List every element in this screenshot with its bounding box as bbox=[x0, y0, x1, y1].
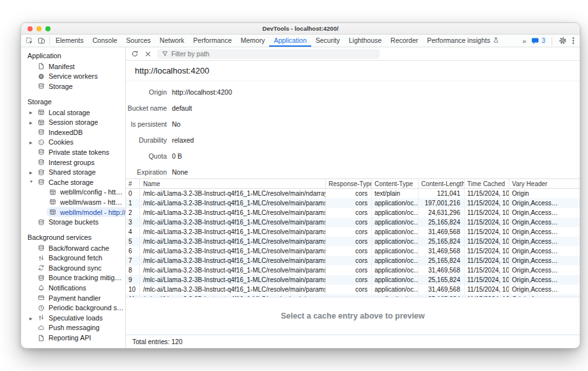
cell-name: /mlc-ai/Llama-3.2-3B-Instruct-q4f16_1-ML… bbox=[140, 208, 326, 217]
tab-application[interactable]: Application bbox=[269, 35, 311, 47]
sidebar-item-local-storage[interactable]: ▶Local storage bbox=[21, 107, 125, 118]
chevron-down-icon[interactable]: ▼ bbox=[29, 180, 35, 184]
column-header-content-type[interactable]: Content-Type bbox=[372, 179, 419, 188]
sidebar-item-label: Shared storage bbox=[49, 168, 96, 176]
sidebar-item-label: webllm/config - http://loc… bbox=[60, 188, 125, 196]
metadata-label: Durability bbox=[126, 136, 167, 144]
sidebar-item-content: Speculative loads bbox=[21, 313, 125, 323]
column-header-time-cached[interactable]: Time Cached bbox=[465, 179, 509, 188]
tab-elements[interactable]: Elements bbox=[51, 35, 88, 47]
sidebar-item-content: Cache storage bbox=[21, 177, 125, 187]
sidebar-item-payment-handler[interactable]: Payment handler bbox=[21, 293, 125, 303]
chevron-right-icon[interactable]: ▶ bbox=[29, 170, 35, 175]
sidebar-section-title: Storage bbox=[21, 97, 125, 107]
table-row[interactable]: 8/mlc-ai/Llama-3.2-3B-Instruct-q4f16_1-M… bbox=[126, 265, 580, 275]
tab-memory[interactable]: Memory bbox=[236, 35, 269, 47]
sidebar-item-speculative-loads[interactable]: ▶Speculative loads bbox=[21, 313, 125, 323]
cell-: 5 bbox=[126, 237, 140, 246]
table-row[interactable]: 7/mlc-ai/Llama-3.2-3B-Instruct-q4f16_1-M… bbox=[126, 256, 580, 265]
filter-field[interactable] bbox=[157, 49, 380, 59]
settings-gear-icon[interactable] bbox=[559, 36, 567, 45]
chevron-right-icon[interactable]: ▶ bbox=[29, 120, 35, 125]
chevron-right-icon[interactable]: ▶ bbox=[29, 110, 35, 114]
issues-counter[interactable]: 3 bbox=[531, 37, 545, 45]
column-header-response-type[interactable]: Response-Type bbox=[326, 179, 372, 188]
preview-pane: Select a cache entry above to preview bbox=[126, 297, 580, 335]
table-row[interactable]: 6/mlc-ai/Llama-3.2-3B-Instruct-q4f16_1-M… bbox=[126, 246, 580, 256]
tab-recorder[interactable]: Recorder bbox=[386, 35, 422, 47]
chevron-right-icon[interactable]: ▶ bbox=[29, 316, 35, 320]
sidebar-item-indexeddb[interactable]: IndexedDB bbox=[21, 127, 125, 138]
sidebar-item-interest-groups[interactable]: Interest groups bbox=[21, 157, 125, 168]
column-header-content-length[interactable]: Content-Length bbox=[419, 179, 465, 188]
table-row[interactable]: 1/mlc-ai/Llama-3.2-3B-Instruct-q4f16_1-M… bbox=[126, 198, 580, 208]
column-header-name[interactable]: Name bbox=[140, 179, 326, 188]
chevron-right-icon[interactable]: ▶ bbox=[29, 140, 35, 145]
database-icon bbox=[38, 159, 45, 166]
sidebar-item-reporting-api[interactable]: Reporting API bbox=[21, 333, 125, 343]
device-toolbar-icon[interactable] bbox=[38, 37, 45, 45]
table-row[interactable]: 3/mlc-ai/Llama-3.2-3B-Instruct-q4f16_1-M… bbox=[126, 217, 580, 227]
sidebar-item-webllm-model-http-loc[interactable]: webllm/model - http://loc… bbox=[21, 207, 125, 217]
card-icon bbox=[38, 294, 45, 301]
tab-console[interactable]: Console bbox=[88, 35, 122, 47]
database-icon bbox=[38, 178, 45, 186]
sidebar-item-push-messaging[interactable]: Push messaging bbox=[21, 323, 125, 333]
sidebar-item-content: Session storage bbox=[21, 117, 125, 127]
table-row[interactable]: 0/mlc-ai/Llama-3.2-3B-Instruct-q4f16_1-M… bbox=[126, 189, 580, 198]
sidebar-item-periodic-background-sync[interactable]: Periodic background sync bbox=[21, 303, 125, 313]
cache-entries-table: #NameResponse-TypeContent-TypeContent-Le… bbox=[126, 178, 580, 297]
sidebar-item-notifications[interactable]: Notifications bbox=[21, 283, 125, 293]
cell-: 6 bbox=[126, 246, 140, 256]
file-icon bbox=[38, 335, 45, 342]
cell-time-cached: 11/15/2024, 10… bbox=[465, 227, 509, 237]
tab-network[interactable]: Network bbox=[155, 35, 189, 47]
cell-vary-header: Origin,Access… bbox=[509, 256, 580, 265]
column-header-vary-header[interactable]: Vary Header bbox=[509, 179, 580, 188]
cell-: 8 bbox=[126, 265, 140, 275]
refresh-icon[interactable] bbox=[131, 50, 139, 58]
metadata-row-origin: Originhttp://localhost:4200 bbox=[126, 84, 580, 100]
sidebar-item-back-forward-cache[interactable]: Back/forward cache bbox=[21, 243, 125, 253]
sidebar-item-service-workers[interactable]: Service workers bbox=[21, 72, 125, 82]
sidebar-item-session-storage[interactable]: ▶Session storage bbox=[21, 117, 125, 127]
sidebar-item-webllm-config-http-loc[interactable]: webllm/config - http://loc… bbox=[21, 187, 125, 198]
sidebar-item-content: Periodic background sync bbox=[21, 303, 125, 313]
inspect-element-icon[interactable] bbox=[26, 37, 33, 45]
sidebar-item-content: Shared storage bbox=[21, 167, 125, 177]
sidebar-item-label: Reporting API bbox=[49, 334, 91, 342]
table-row[interactable]: 4/mlc-ai/Llama-3.2-3B-Instruct-q4f16_1-M… bbox=[126, 227, 580, 237]
sidebar-item-background-fetch[interactable]: Background fetch bbox=[21, 253, 125, 264]
cell-vary-header: Origin,Access… bbox=[509, 265, 580, 275]
kebab-menu-icon[interactable] bbox=[572, 36, 575, 45]
tab-performance[interactable]: Performance bbox=[189, 35, 236, 47]
column-header-[interactable]: # bbox=[126, 179, 140, 188]
tab-performance-insights[interactable]: Performance insights bbox=[422, 35, 504, 47]
devtools-content: ApplicationManifestService workersStorag… bbox=[21, 47, 580, 348]
table-row[interactable]: 9/mlc-ai/Llama-3.2-3B-Instruct-q4f16_1-M… bbox=[126, 275, 580, 285]
sidebar-item-manifest[interactable]: Manifest bbox=[21, 61, 125, 72]
sidebar-item-shared-storage[interactable]: ▶Shared storage bbox=[21, 167, 125, 177]
cell-response-type: cors bbox=[326, 227, 372, 237]
sidebar-item-background-sync[interactable]: Background sync bbox=[21, 263, 125, 273]
metadata-label: Quota bbox=[126, 152, 167, 160]
sidebar-item-cookies[interactable]: ▶Cookies bbox=[21, 138, 125, 148]
metadata-label: Is persistent bbox=[126, 120, 167, 128]
sidebar-item-private-state-tokens[interactable]: Private state tokens bbox=[21, 147, 125, 157]
table-row[interactable]: 10/mlc-ai/Llama-3.2-3B-Instruct-q4f16_1-… bbox=[126, 285, 580, 294]
sidebar-item-content: Bounce tracking mitigations bbox=[21, 273, 125, 283]
sidebar-item-cache-storage[interactable]: ▼Cache storage bbox=[21, 177, 125, 187]
tab-lighthouse[interactable]: Lighthouse bbox=[344, 35, 386, 47]
clear-icon[interactable] bbox=[144, 51, 151, 58]
filter-input[interactable] bbox=[171, 51, 375, 58]
table-row[interactable]: 5/mlc-ai/Llama-3.2-3B-Instruct-q4f16_1-M… bbox=[126, 237, 580, 246]
tab-security[interactable]: Security bbox=[311, 35, 344, 47]
sidebar-item-bounce-tracking-mitigations[interactable]: Bounce tracking mitigations bbox=[21, 273, 125, 283]
sidebar-item-storage-buckets[interactable]: Storage buckets bbox=[21, 217, 125, 227]
updown-icon bbox=[38, 255, 45, 262]
table-row[interactable]: 2/mlc-ai/Llama-3.2-3B-Instruct-q4f16_1-M… bbox=[126, 208, 580, 217]
sidebar-item-storage[interactable]: Storage bbox=[21, 81, 125, 91]
tab-sources[interactable]: Sources bbox=[121, 35, 155, 47]
sidebar-item-webllm-wasm-http-loca[interactable]: webllm/wasm - http://loca… bbox=[21, 197, 125, 207]
more-tabs-button[interactable]: » bbox=[522, 37, 526, 45]
